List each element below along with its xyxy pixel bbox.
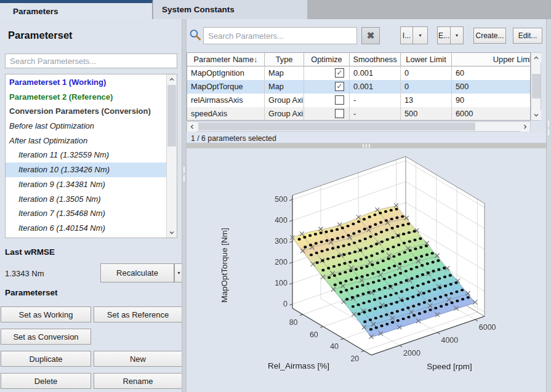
scroll-left-icon[interactable]: [187, 122, 197, 132]
action-button-rename[interactable]: Rename: [94, 373, 182, 389]
table-hscrollbar[interactable]: [187, 121, 531, 132]
action-button-duplicate[interactable]: Duplicate: [1, 351, 91, 367]
parameter-table: Parameter Name↓TypeOptimizeSmoothnessLow…: [187, 52, 531, 121]
scroll-thumb[interactable]: [167, 85, 176, 146]
panel-splitter-horizontal[interactable]: [187, 143, 546, 148]
parameterset-item[interactable]: Iteration 6 (1.40154 Nm): [6, 221, 166, 236]
selection-status: 1 / 6 parameters selected: [187, 133, 546, 143]
right-edge-splitter[interactable]: [546, 19, 551, 392]
last-wrmse-value: 1.3343 Nm: [5, 269, 44, 278]
parameterset-item[interactable]: Before last Optimization: [6, 119, 166, 134]
column-header-lower-limit[interactable]: Lower Limit: [401, 53, 452, 66]
table-cell: 90: [452, 94, 531, 107]
table-cell: [304, 94, 350, 107]
parameterset-item[interactable]: Iteration 7 (1.35468 Nm): [6, 206, 166, 221]
parameterset-item[interactable]: After last Optimization: [6, 134, 166, 148]
table-row[interactable]: speedAxisGroup Axis-5006000: [187, 107, 531, 121]
parameterset-search-input[interactable]: [5, 54, 177, 68]
chevron-down-icon: ▾: [456, 33, 458, 38]
parameterset-list-scrollbar[interactable]: [166, 74, 177, 238]
action-button-set-as-reference[interactable]: Set as Reference: [94, 306, 182, 322]
scroll-up-icon[interactable]: [167, 74, 177, 84]
optimize-checkbox[interactable]: [335, 109, 344, 118]
scroll-down-icon[interactable]: [167, 228, 177, 238]
parameterset-item[interactable]: Iteration 10 (1.33426 Nm): [6, 162, 166, 177]
edit-button[interactable]: Edit...: [513, 28, 542, 44]
tab-parameters[interactable]: Parameters: [0, 0, 153, 19]
parameterset-title: Parameterset: [8, 30, 73, 41]
parameterset-item[interactable]: Conversion Parameters (Conversion): [6, 104, 166, 119]
table-cell: 60: [452, 66, 531, 80]
table-row[interactable]: MapOptIgnitionMap✓0.001060: [187, 66, 531, 80]
action-button-new[interactable]: New: [94, 351, 182, 367]
parameterset-item[interactable]: Iteration 9 (1.34381 Nm): [6, 177, 166, 192]
table-cell: ✓: [304, 66, 350, 80]
column-header-type[interactable]: Type: [265, 53, 304, 66]
table-cell: 0.001: [350, 66, 401, 80]
table-cell: relAirmassAxis: [187, 94, 265, 107]
parameterset-item[interactable]: Iteration 8 (1.3505 Nm): [6, 192, 166, 207]
table-cell: 0.001: [350, 80, 401, 94]
column-header-parameter-name[interactable]: Parameter Name↓: [187, 53, 265, 66]
create-button[interactable]: Create...: [473, 28, 506, 44]
chevron-down-icon: ▾: [177, 270, 180, 276]
scroll-thumb[interactable]: [532, 74, 541, 98]
tab-parameters-label: Parameters: [13, 7, 58, 16]
table-cell: 6000: [452, 107, 531, 121]
table-cell: Group Axis: [265, 94, 304, 107]
column-header-upper-limit[interactable]: Upper Limit: [452, 53, 531, 66]
table-cell: Map: [265, 66, 304, 80]
action-button-set-as-working[interactable]: Set as Working: [1, 306, 91, 322]
clear-filter-button[interactable]: ✖: [361, 27, 380, 44]
action-button-set-as-conversion[interactable]: Set as Conversion: [1, 329, 91, 345]
column-header-optimize[interactable]: Optimize: [304, 53, 350, 66]
scroll-thumb[interactable]: [198, 122, 475, 130]
table-cell: 0: [401, 66, 452, 80]
table-cell: 0: [401, 80, 452, 94]
table-cell: Map: [265, 80, 304, 94]
table-cell: speedAxis: [187, 107, 265, 121]
export-dropdown-button[interactable]: ▾: [450, 26, 464, 44]
ascmo-window: Parameters System Constants Parameterset…: [0, 0, 551, 392]
parameterset-listbox: Parameterset 1 (Working)Parameterset 2 (…: [5, 74, 177, 238]
table-cell: 13: [401, 94, 452, 107]
table-cell: 500: [452, 80, 531, 94]
parameterset-item[interactable]: Parameterset 2 (Reference): [6, 90, 166, 105]
parameterset-list: Parameterset 1 (Working)Parameterset 2 (…: [6, 75, 166, 236]
table-row[interactable]: relAirmassAxisGroup Axis-1390: [187, 94, 531, 107]
parameter-search-input[interactable]: [203, 27, 357, 44]
table-cell: ✓: [304, 80, 350, 94]
table-vscrollbar[interactable]: [531, 52, 541, 121]
tab-system-constants-label: System Constants: [162, 5, 235, 14]
table-cell: [304, 107, 350, 121]
import-button[interactable]: I...: [400, 26, 413, 44]
panel-splitter-vertical[interactable]: [182, 19, 187, 392]
recalculate-button[interactable]: Recalculate: [100, 263, 174, 282]
tab-system-constants[interactable]: System Constants: [153, 0, 308, 19]
table-row[interactable]: MapOptTorqueMap✓0.0010500: [187, 80, 531, 94]
column-header-smoothness[interactable]: Smoothness: [350, 53, 401, 66]
table-cell: MapOptTorque: [187, 80, 265, 94]
parameterset-item[interactable]: Iteration 11 (1.32559 Nm): [6, 148, 166, 162]
surface-plot-canvas[interactable]: [187, 148, 546, 392]
optimize-checkbox-checked[interactable]: ✓: [335, 68, 344, 78]
table-cell: -: [350, 94, 401, 107]
search-icon: [188, 28, 202, 44]
action-button-delete[interactable]: Delete: [1, 373, 91, 389]
close-x-icon: ✖: [367, 30, 375, 41]
tab-bar: Parameters System Constants: [0, 0, 551, 19]
scroll-right-icon[interactable]: [520, 122, 530, 132]
optimize-checkbox-checked[interactable]: ✓: [335, 82, 344, 91]
table-cell: 500: [401, 107, 452, 121]
last-wrmse-title: Last wRMSE: [5, 247, 55, 257]
parameterset-actions-title: Parameterset: [5, 288, 58, 297]
table-cell: Group Axis: [265, 107, 304, 121]
export-button[interactable]: E...: [437, 26, 451, 44]
scroll-up-icon[interactable]: [531, 53, 541, 63]
table-cell: -: [350, 107, 401, 121]
table-cell: MapOptIgnition: [187, 66, 265, 80]
import-dropdown-button[interactable]: ▾: [412, 26, 428, 44]
optimize-checkbox[interactable]: [335, 95, 344, 105]
parameterset-item[interactable]: Parameterset 1 (Working): [6, 75, 166, 90]
scroll-down-icon[interactable]: [531, 110, 541, 120]
